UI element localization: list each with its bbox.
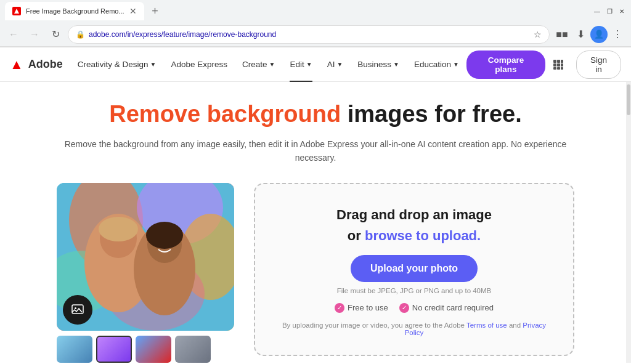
thumbnail-strip <box>57 336 235 363</box>
back-button[interactable]: ← <box>5 26 22 43</box>
hero-subtitle: Remove the background from any image eas… <box>57 137 574 165</box>
nav-item-edit[interactable]: Edit ▼ <box>282 47 319 82</box>
adobe-logo-mark: ▲ <box>10 57 23 73</box>
chevron-down-icon-6: ▼ <box>453 61 459 68</box>
terms-of-use-link[interactable]: Terms of use <box>466 322 507 329</box>
demo-section: Drag and drop an image or browse to uplo… <box>57 183 574 363</box>
terms-text: By uploading your image or video, you ag… <box>274 322 555 336</box>
nav-label-create: Create <box>242 60 267 69</box>
svg-point-18 <box>99 217 138 241</box>
chevron-down-icon: ▼ <box>150 61 157 68</box>
svg-rect-6 <box>561 63 563 67</box>
nav-label-ai: AI <box>327 60 335 69</box>
lock-icon: 🔒 <box>76 30 85 39</box>
page-wrapper: Remove background images for free. Remov… <box>32 100 599 363</box>
hero-title-rest: images for free. <box>348 101 522 127</box>
nav-item-ai[interactable]: AI ▼ <box>320 47 351 82</box>
menu-button[interactable]: ⋮ <box>609 26 626 43</box>
chevron-down-icon-3: ▼ <box>306 61 312 68</box>
demo-image <box>57 183 234 331</box>
nav-item-creativity[interactable]: Creativity & Design ▼ <box>70 47 164 82</box>
tab-close-icon[interactable]: ✕ <box>129 6 137 16</box>
svg-rect-2 <box>557 60 560 63</box>
thumbnail-3[interactable] <box>136 336 171 363</box>
demo-left <box>57 183 235 363</box>
tab-favicon <box>12 7 21 15</box>
chevron-down-icon-5: ▼ <box>393 61 399 68</box>
extensions-button[interactable]: ■■ <box>553 26 571 43</box>
window-controls: — ❐ ✕ <box>593 7 626 15</box>
compare-plans-button[interactable]: Compare plans <box>466 51 545 79</box>
adobe-nav: ▲ Adobe Creativity & Design ▼ Adobe Expr… <box>0 47 631 82</box>
svg-rect-4 <box>553 63 556 67</box>
adobe-logo-text: Adobe <box>28 58 63 71</box>
nav-label-express: Adobe Express <box>171 60 227 69</box>
svg-point-23 <box>75 307 76 309</box>
thumbnail-4[interactable] <box>175 336 211 363</box>
profile-button[interactable]: 👤 <box>590 26 608 43</box>
main-content: Remove background images for free. Remov… <box>0 82 631 363</box>
drag-drop-title: Drag and drop an image <box>274 206 555 224</box>
nav-item-create[interactable]: Create ▼ <box>235 47 282 82</box>
svg-rect-1 <box>553 60 556 63</box>
apps-grid-icon[interactable] <box>549 55 568 75</box>
upload-photo-button[interactable]: Upload your photo <box>351 255 478 282</box>
perk-no-credit-label: No credit card required <box>412 303 494 312</box>
new-tab-button[interactable]: + <box>147 2 164 20</box>
svg-rect-8 <box>557 67 560 70</box>
svg-rect-9 <box>561 67 563 70</box>
adobe-logo[interactable]: ▲ Adobe <box>10 57 63 73</box>
perk-no-credit: ✓ No credit card required <box>399 303 494 313</box>
bookmark-icon[interactable]: ☆ <box>534 30 542 39</box>
thumbnail-2[interactable] <box>96 336 132 363</box>
check-icon-free: ✓ <box>335 303 344 313</box>
upload-box[interactable]: Drag and drop an image or browse to uplo… <box>254 183 574 356</box>
svg-marker-0 <box>14 9 19 14</box>
svg-point-21 <box>146 222 183 249</box>
chevron-down-icon-2: ▼ <box>269 61 275 68</box>
svg-rect-5 <box>557 63 560 67</box>
browser-toolbar-icons: ■■ ⬇ 👤 ⋮ <box>553 26 626 43</box>
perks-row: ✓ Free to use ✓ No credit card required <box>274 303 555 313</box>
hero-title-remove: Remove background <box>109 101 341 127</box>
thumbnail-1[interactable] <box>57 336 92 363</box>
scrollbar-thumb[interactable] <box>627 84 630 115</box>
file-types-note: File must be JPEG, JPG or PNG and up to … <box>274 287 555 294</box>
nav-item-education[interactable]: Education ▼ <box>407 47 466 82</box>
nav-item-business[interactable]: Business ▼ <box>350 47 407 82</box>
browser-tab[interactable]: Free Image Background Remo... ✕ <box>5 2 144 20</box>
nav-label-creativity: Creativity & Design <box>78 60 149 69</box>
check-icon-credit: ✓ <box>399 303 409 313</box>
sign-in-button[interactable]: Sign in <box>576 51 621 79</box>
browser-toolbar: ← → ↻ 🔒 adobe.com/in/express/feature/ima… <box>0 22 631 47</box>
minimize-button[interactable]: — <box>593 7 601 15</box>
image-icon <box>70 302 85 317</box>
drag-title-line1: Drag and drop an image <box>336 207 492 222</box>
browse-upload-label: or browse to upload. <box>274 228 555 244</box>
maximize-button[interactable]: ❐ <box>605 7 614 15</box>
nav-label-edit: Edit <box>290 60 304 69</box>
nav-label-business: Business <box>357 60 391 69</box>
perk-free-label: Free to use <box>348 303 388 312</box>
perk-free: ✓ Free to use <box>335 303 388 313</box>
chevron-down-icon-4: ▼ <box>336 61 343 68</box>
forward-button[interactable]: → <box>26 26 43 43</box>
nav-item-express[interactable]: Adobe Express <box>163 47 235 82</box>
downloads-button[interactable]: ⬇ <box>572 26 589 43</box>
close-button[interactable]: ✕ <box>617 7 626 15</box>
refresh-button[interactable]: ↻ <box>47 26 64 43</box>
browser-title-bar: Free Image Background Remo... ✕ + — ❐ ✕ … <box>0 0 631 47</box>
svg-rect-7 <box>553 67 556 70</box>
tab-title: Free Image Background Remo... <box>26 7 124 15</box>
browse-text[interactable]: browse to upload. <box>365 228 481 243</box>
scrollbar-vertical[interactable] <box>626 82 631 363</box>
url-bar[interactable]: 🔒 adobe.com/in/express/feature/image/rem… <box>68 25 550 44</box>
nav-label-education: Education <box>414 60 451 69</box>
url-text: adobe.com/in/express/feature/image/remov… <box>89 30 530 39</box>
hero-title: Remove background images for free. <box>57 100 574 129</box>
demo-right: Drag and drop an image or browse to uplo… <box>254 183 574 356</box>
svg-rect-3 <box>561 60 563 63</box>
